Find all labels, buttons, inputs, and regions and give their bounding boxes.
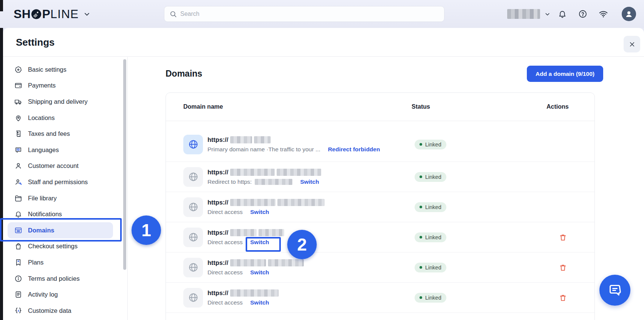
- sidebar-item-label: Taxes and fees: [28, 130, 70, 137]
- svg-text:EN: EN: [17, 149, 19, 151]
- domains-table: Domain nameStatusActions https:// Primar…: [166, 92, 595, 320]
- domain-description: Primary domain name ·The traffic to your…: [207, 146, 320, 153]
- status-badge: Linked: [415, 172, 446, 182]
- payments-icon: [14, 82, 22, 89]
- file-library-icon: [14, 194, 22, 202]
- sidebar-item-label: Domains: [28, 227, 54, 234]
- sidebar-item-plans[interactable]: Plans: [8, 254, 113, 271]
- status-badge: Linked: [415, 263, 446, 272]
- status-dot-icon: [420, 266, 422, 269]
- status-badge: Linked: [415, 140, 446, 149]
- delete-domain-button[interactable]: [558, 292, 568, 303]
- languages-icon: EN: [14, 146, 22, 154]
- delete-domain-button[interactable]: [558, 232, 568, 243]
- search-input[interactable]: [180, 11, 439, 17]
- redacted-domain: [230, 259, 266, 266]
- sidebar-item-locations[interactable]: Locations: [8, 110, 113, 126]
- domain-url: https://: [207, 229, 284, 236]
- global-search[interactable]: [164, 6, 444, 22]
- notifications-bell-icon[interactable]: [558, 9, 567, 18]
- chat-support-button[interactable]: [599, 275, 630, 306]
- globe-icon: [183, 135, 203, 154]
- sidebar-item-payments[interactable]: Payments: [8, 78, 113, 94]
- sidebar-item-domains[interactable]: Domains: [8, 222, 113, 238]
- sidebar-item-notifications[interactable]: Notifications: [8, 206, 113, 222]
- sidebar-item-file-library[interactable]: File library: [8, 190, 113, 206]
- sidebar-scrollbar[interactable]: [123, 59, 126, 270]
- sidebar-item-activity-log[interactable]: Activity log: [8, 286, 113, 303]
- redacted-domain: [230, 229, 257, 236]
- sidebar-item-checkout-settings[interactable]: Checkout settings: [8, 238, 113, 255]
- trash-icon: [559, 293, 567, 302]
- sidebar-item-basic-settings[interactable]: Basic settings: [8, 62, 113, 78]
- switch-link[interactable]: Switch: [250, 209, 269, 215]
- shopline-logo[interactable]: SH P LINE: [14, 7, 91, 21]
- status-dot-icon: [420, 236, 422, 238]
- add-domain-button[interactable]: Add a domain (9/100): [527, 66, 603, 82]
- topbar: SH P LINE: [0, 0, 644, 28]
- domain-description: Direct access: [207, 209, 243, 215]
- help-icon[interactable]: [578, 9, 587, 18]
- globe-icon: [183, 228, 203, 247]
- settings-nav: Basic settingsPaymentsShipping and deliv…: [3, 57, 127, 319]
- store-switcher-chevron-down-icon[interactable]: [83, 10, 91, 18]
- sidebar-item-label: Payments: [28, 82, 56, 89]
- column-header: Status: [412, 103, 546, 110]
- svg-text:A: A: [17, 309, 19, 312]
- domains-icon: [14, 226, 22, 234]
- settings-title: Settings: [16, 36, 55, 48]
- switch-link[interactable]: Switch: [250, 269, 269, 276]
- table-body: https:// Primary domain name ·The traffi…: [166, 121, 594, 313]
- sidebar-item-shipping-and-delivery[interactable]: Shipping and delivery: [8, 94, 113, 110]
- backdrop-edge: [0, 0, 3, 11]
- domain-description: Direct access: [207, 269, 243, 276]
- terms-and-policies-icon: [14, 275, 22, 283]
- sidebar-item-taxes-and-fees[interactable]: Taxes and fees: [8, 126, 113, 142]
- delete-domain-button[interactable]: [558, 262, 568, 273]
- sidebar-item-terms-and-policies[interactable]: Terms and policies: [8, 271, 113, 287]
- table-row: https:// Direct access Switch Linked: [166, 283, 594, 313]
- status-badge: Linked: [415, 202, 446, 212]
- locations-icon: [14, 114, 22, 122]
- sidebar-item-customize-data[interactable]: ACustomize data: [8, 303, 113, 319]
- sidebar-item-label: Locations: [28, 114, 55, 122]
- store-name-menu[interactable]: [507, 9, 551, 19]
- trash-icon: [559, 263, 567, 272]
- annotation-step-1: 1: [132, 215, 161, 245]
- globe-icon: [183, 258, 203, 277]
- domain-url: https://: [207, 169, 321, 176]
- table-row: https:// Direct access Switch Linked: [166, 192, 594, 222]
- settings-header: Settings: [3, 28, 644, 57]
- settings-modal: Settings Basic settingsPaymentsShipping …: [3, 28, 644, 320]
- redirect-forbidden-link[interactable]: Redirect forbidden: [328, 146, 380, 153]
- column-header: Actions: [546, 103, 579, 110]
- annotation-step-2: 2: [287, 230, 317, 259]
- sidebar-item-label: Customize data: [28, 307, 71, 314]
- switch-link[interactable]: Switch: [250, 239, 269, 246]
- switch-link[interactable]: Switch: [250, 299, 269, 306]
- network-wifi-icon[interactable]: [599, 9, 608, 19]
- user-icon: [624, 9, 633, 18]
- domain-url: https://: [207, 289, 279, 297]
- activity-log-icon: [14, 291, 22, 298]
- redacted-domain: [268, 259, 304, 266]
- user-avatar[interactable]: [622, 7, 636, 21]
- taxes-and-fees-icon: [14, 130, 22, 138]
- table-header-row: Domain nameStatusActions: [166, 93, 594, 121]
- sidebar-item-languages[interactable]: ENLanguages: [8, 142, 113, 158]
- customer-account-icon: [14, 162, 22, 170]
- close-button[interactable]: [624, 36, 640, 52]
- domain-description: Direct access: [207, 299, 243, 306]
- table-row: https:// Direct access Switch Linked: [166, 252, 594, 283]
- status-dot-icon: [420, 206, 422, 208]
- basic-settings-icon: [14, 66, 22, 74]
- customize-data-icon: A: [14, 307, 22, 315]
- sidebar-item-label: Plans: [28, 259, 43, 266]
- sidebar-item-label: Staff and permissions: [28, 178, 88, 186]
- table-row: https:// Primary domain name ·The traffi…: [166, 127, 594, 162]
- switch-link[interactable]: Switch: [300, 178, 319, 185]
- topbar-right: [504, 0, 644, 28]
- sidebar-item-customer-account[interactable]: Customer account: [8, 158, 113, 174]
- sidebar-item-staff-and-permissions[interactable]: Staff and permissions: [8, 174, 113, 190]
- status-dot-icon: [420, 175, 422, 178]
